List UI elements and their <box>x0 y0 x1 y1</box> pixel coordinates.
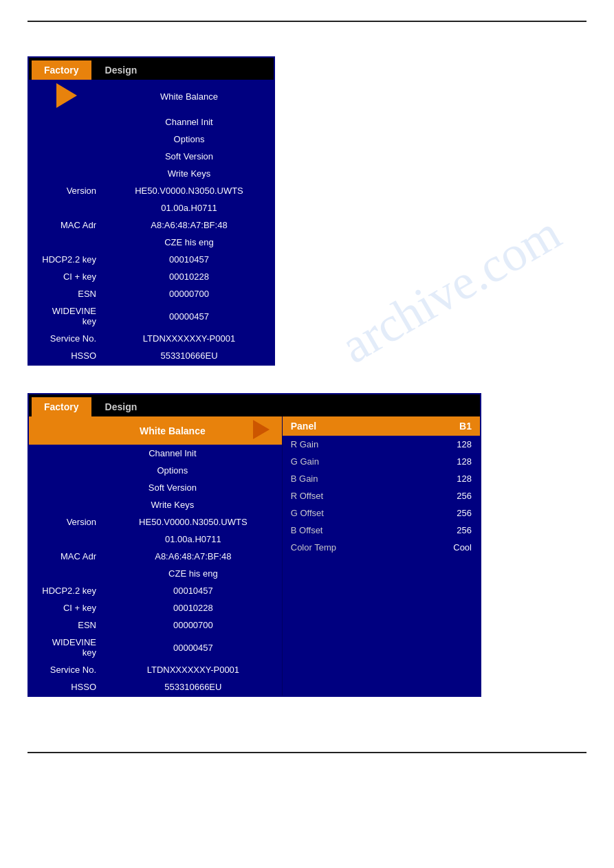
info2-value-version2: 01.00a.H0711 <box>105 531 282 548</box>
panel2-right-table: Panel B1 R Gain 128 G Gain 128 <box>283 416 480 556</box>
table-row: MAC Adr A8:A6:48:A7:BF:48 <box>29 216 274 234</box>
section2: Factory Design White Balance <box>28 393 586 697</box>
info-label-macadr: MAC Adr <box>29 216 105 234</box>
spacer-cell <box>29 416 105 445</box>
menu-item-writekeys2[interactable]: Write Keys <box>105 496 241 513</box>
table-row: HSSO 553310666EU <box>29 678 282 695</box>
table-row[interactable]: B Gain 128 <box>283 470 480 487</box>
table-row[interactable]: Options <box>29 462 282 479</box>
panel2-body: White Balance Channel Init <box>29 416 480 695</box>
table-row[interactable]: G Gain 128 <box>283 453 480 470</box>
table-row: CI + key 00010228 <box>29 599 282 616</box>
panel2-tab-factory[interactable]: Factory <box>32 397 91 416</box>
info-value-widevine: 00000457 <box>105 302 274 330</box>
info2-label-macadr: MAC Adr <box>29 548 105 565</box>
table-row[interactable]: Channel Init <box>29 113 274 131</box>
bottom-divider <box>28 752 586 753</box>
right-value-boffset: 256 <box>409 522 480 539</box>
table-row[interactable]: R Offset 256 <box>283 487 480 504</box>
info2-label-ci: CI + key <box>29 599 105 616</box>
info2-label-version2 <box>29 531 105 548</box>
info2-label-hsso: HSSO <box>29 678 105 695</box>
table-row[interactable]: Panel B1 <box>283 416 480 436</box>
table-row[interactable]: Soft Version <box>29 148 274 165</box>
info-label-serviceno: Service No. <box>29 330 105 347</box>
right-label-rgain: R Gain <box>283 436 409 453</box>
info2-label-hdcp: HDCP2.2 key <box>29 582 105 599</box>
info-label-esn: ESN <box>29 285 105 302</box>
table-row[interactable]: Write Keys <box>29 496 282 513</box>
right-label-goffset: G Offset <box>283 504 409 522</box>
info2-value-macadr: A8:A6:48:A7:BF:48 <box>105 548 282 565</box>
info-value-cze: CZE his eng <box>105 234 274 251</box>
table-row[interactable]: R Gain 128 <box>283 436 480 453</box>
table-row[interactable]: Color Temp Cool <box>283 539 480 556</box>
info-label-ci: CI + key <box>29 268 105 285</box>
info-value-macadr: A8:A6:48:A7:BF:48 <box>105 216 274 234</box>
menu-item-channelinit2[interactable]: Channel Init <box>105 445 241 462</box>
right-value-colortemp: Cool <box>409 539 480 556</box>
menu-item-options2[interactable]: Options <box>105 462 241 479</box>
info2-value-ci: 00010228 <box>105 599 282 616</box>
right-value-bgain: 128 <box>409 470 480 487</box>
table-row[interactable]: White Balance <box>29 416 282 445</box>
table-row[interactable]: Channel Init <box>29 445 282 462</box>
info2-label-widevine: WIDEVINE key <box>29 634 105 661</box>
panel1-menu: White Balance Channel Init Options Soft … <box>29 80 274 364</box>
panel1-tab-design[interactable]: Design <box>93 60 150 80</box>
table-row[interactable]: Soft Version <box>29 479 282 496</box>
menu-item-channelinit[interactable]: Channel Init <box>105 113 274 131</box>
panel1-tab-factory[interactable]: Factory <box>32 60 91 80</box>
table-row: WIDEVINE key 00000457 <box>29 302 274 330</box>
info-value-serviceno: LTDNXXXXXXY-P0001 <box>105 330 274 347</box>
right-label-ggain: G Gain <box>283 453 409 470</box>
table-row: 01.00a.H0711 <box>29 531 282 548</box>
table-row[interactable]: G Offset 256 <box>283 504 480 522</box>
panel2-container: Factory Design White Balance <box>28 393 481 697</box>
info-value-version: HE50.V0000.N3050.UWTS <box>105 182 274 199</box>
right-label-colortemp: Color Temp <box>283 539 409 556</box>
table-row: HDCP2.2 key 00010457 <box>29 251 274 268</box>
info2-value-version: HE50.V0000.N3050.UWTS <box>105 513 282 531</box>
panel2-left-menu: White Balance Channel Init <box>29 416 282 695</box>
menu-item-writekeys[interactable]: Write Keys <box>105 165 274 182</box>
info2-label-esn: ESN <box>29 616 105 634</box>
panel2-left: White Balance Channel Init <box>29 416 282 695</box>
info-label-hdcp: HDCP2.2 key <box>29 251 105 268</box>
table-row: CI + key 00010228 <box>29 268 274 285</box>
table-row[interactable]: Options <box>29 131 274 148</box>
menu-item-options[interactable]: Options <box>105 131 274 148</box>
right-value-panel: B1 <box>409 416 480 436</box>
arrow2-cell <box>241 416 282 445</box>
table-row: HSSO 553310666EU <box>29 347 274 364</box>
panel2-right: Panel B1 R Gain 128 G Gain 128 <box>282 416 480 695</box>
info-value-esn: 00000700 <box>105 285 274 302</box>
info2-value-cze: CZE his eng <box>105 565 282 582</box>
menu-item-whitebalance[interactable]: White Balance <box>105 80 274 113</box>
table-row[interactable]: Write Keys <box>29 165 274 182</box>
info-label-version2 <box>29 199 105 216</box>
panel2-tab-design[interactable]: Design <box>93 397 150 416</box>
top-divider <box>28 21 586 22</box>
table-row: WIDEVINE key 00000457 <box>29 634 282 661</box>
menu-item-softversion2[interactable]: Soft Version <box>105 479 241 496</box>
info2-label-version: Version <box>29 513 105 531</box>
table-row: Version HE50.V0000.N3050.UWTS <box>29 182 274 199</box>
table-row: CZE his eng <box>29 565 282 582</box>
right-value-rgain: 128 <box>409 436 480 453</box>
right-label-bgain: B Gain <box>283 470 409 487</box>
menu-item-softversion[interactable]: Soft Version <box>105 148 274 165</box>
table-row: ESN 00000700 <box>29 616 282 634</box>
menu-item-whitebalance2[interactable]: White Balance <box>105 416 241 445</box>
right-value-roffset: 256 <box>409 487 480 504</box>
table-row: ESN 00000700 <box>29 285 274 302</box>
table-row: CZE his eng <box>29 234 274 251</box>
table-row[interactable]: White Balance <box>29 80 274 113</box>
right-value-ggain: 128 <box>409 453 480 470</box>
info-value-ci: 00010228 <box>105 268 274 285</box>
table-row[interactable]: B Offset 256 <box>283 522 480 539</box>
info-label-cze <box>29 234 105 251</box>
info2-value-widevine: 00000457 <box>105 634 282 661</box>
info2-value-hdcp: 00010457 <box>105 582 282 599</box>
info-label-hsso: HSSO <box>29 347 105 364</box>
